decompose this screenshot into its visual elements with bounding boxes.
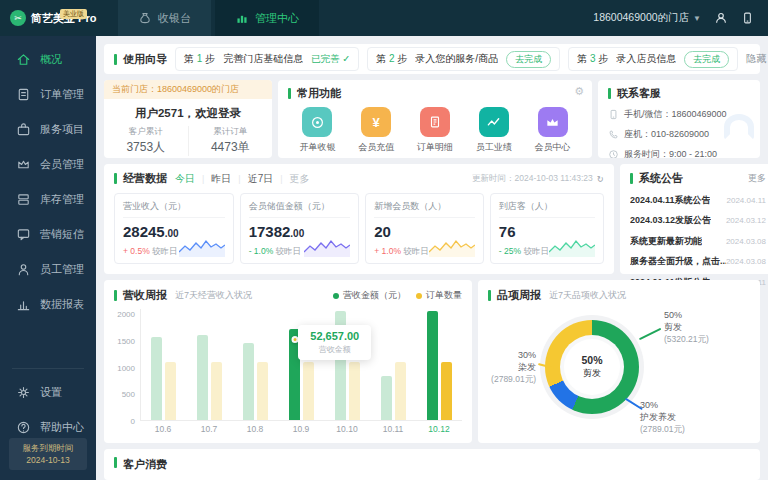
announcements-card: 系统公告 更多 2024.04.11系统公告2024.04.112024.03.… [620, 164, 768, 274]
clock-icon [608, 149, 619, 158]
tab-cashier[interactable]: 收银台 [118, 0, 211, 36]
bar-group-10.12[interactable] [416, 309, 462, 420]
top-tabs: 收银台管理中心 [118, 0, 323, 36]
quick-action-billing[interactable]: 开单收银 [299, 107, 335, 154]
sidebar-item-settings[interactable]: 设置 [0, 375, 96, 410]
refresh-icon[interactable]: ↻ [597, 174, 604, 184]
sidebar-item-overview[interactable]: 概况 [0, 42, 96, 77]
quick-actions-title: 常用功能 [297, 86, 341, 101]
tab-admin[interactable]: 管理中心 [215, 0, 319, 36]
mobile-icon [608, 109, 619, 120]
customer-consumption-title: 客户消费 [123, 457, 167, 472]
service-expiry-badge: 服务到期时间 2024-10-13 [9, 438, 87, 470]
store-stat: 客户累计3753人 [104, 126, 188, 156]
barchart-icon [235, 11, 249, 25]
account-icon[interactable] [714, 11, 728, 25]
sidebar-item-services[interactable]: 服务项目 [0, 112, 96, 147]
bar-group-10.6[interactable] [141, 309, 187, 420]
crown-icon [538, 107, 568, 137]
announcement-row[interactable]: 服务器全面升级，点击...2024.03.08 [630, 255, 766, 268]
guide-title: 使用向导 [123, 52, 167, 67]
quick-action-performance[interactable]: 员工业绩 [476, 107, 512, 154]
quick-action-member-center[interactable]: 会员中心 [535, 107, 571, 154]
announcement-row[interactable]: 系统更新最新功能2024.03.08 [630, 235, 766, 248]
revenue-weekly-card: 营收周报 近7天经营收入状况 营收金额（元）订单数量 0500100015002… [104, 280, 472, 443]
quick-action-order-detail[interactable]: 订单明细 [417, 107, 453, 154]
support-row: 服务时间：9:00 - 21:00 [608, 148, 750, 158]
donut-label-剪发: 50%剪发(5320.21元) [664, 309, 709, 345]
main-content: 使用向导 第 1 步完善门店基础信息已完善 ✓第 2 步录入您的服务/商品去完成… [96, 36, 768, 480]
updated-time: 更新时间：2024-10-03 11:43:23 ↻ [472, 173, 604, 185]
current-store-banner: 当前门店：18600469000的门店 [104, 80, 272, 99]
store-selector[interactable]: 18600469000的门店 ▼ [593, 11, 701, 25]
quick-actions-card: 常用功能 ⚙ 开单收银¥会员充值订单明细员工业绩会员中心 [278, 80, 592, 158]
sidebar-item-inventory[interactable]: 库存管理 [0, 182, 96, 217]
guide-step-2: 第 2 步录入您的服务/商品去完成 [367, 47, 560, 71]
sidebar-item-orders[interactable]: 订单管理 [0, 77, 96, 112]
business-data-tabs: 今日|昨日|近7日|更多 [175, 172, 310, 186]
bar-group-10.11[interactable] [370, 309, 416, 420]
row-metrics-announcements: 经营数据 今日|昨日|近7日|更多 更新时间：2024-10-03 11:43:… [104, 164, 760, 274]
step-action-button[interactable]: 去完成 [684, 51, 729, 68]
guide-step-3: 第 3 步录入店员信息去完成 [568, 47, 738, 71]
donut-label-染发: 30%染发(2789.01元) [488, 349, 536, 385]
sidebar-item-members[interactable]: 会员管理 [0, 147, 96, 182]
quick-action-recharge[interactable]: ¥会员充值 [358, 107, 394, 154]
items-weekly-card: 品项周报 近7天品项收入状况 50% 剪发 50%剪发(5320.21元)30%… [478, 280, 760, 443]
orders-icon [16, 87, 31, 102]
members-icon [16, 157, 31, 172]
biz-tab-昨日[interactable]: 昨日 [211, 172, 231, 186]
metric-card: 营业收入（元）28245.00+ 0.5% 较昨日 [114, 193, 234, 264]
guide-steps: 第 1 步完善门店基础信息已完善 ✓第 2 步录入您的服务/商品去完成第 3 步… [175, 47, 738, 71]
metric-card: 到店客（人）76- 25% 较昨日 [490, 193, 604, 264]
services-icon [16, 122, 31, 137]
sidebar-item-sms[interactable]: 营销短信 [0, 217, 96, 252]
sms-icon [16, 227, 31, 242]
chart-tooltip: 52,657.00 营收金额 [298, 325, 371, 360]
announcement-row[interactable]: 2024.04.11系统公告2024.04.11 [630, 194, 766, 207]
usage-guide-card: 使用向导 第 1 步完善门店基础信息已完善 ✓第 2 步录入您的服务/商品去完成… [104, 44, 760, 74]
announcements-more-link[interactable]: 更多 [748, 172, 766, 185]
sidebar-item-reports[interactable]: 数据报表 [0, 287, 96, 322]
current-store-card: 当前门店：18600469000的门店 用户2571，欢迎登录 客户累计3753… [104, 80, 272, 158]
leader-line [639, 328, 661, 340]
sidebar-item-staff[interactable]: 员工管理 [0, 252, 96, 287]
sparkline [304, 236, 350, 258]
bar-chart: 0500100015002000 52,657.00 营收金额 [114, 309, 462, 421]
help-icon [16, 420, 31, 435]
receipt-icon [420, 107, 450, 137]
topbar-right: 18600469000的门店 ▼ [593, 11, 768, 25]
moneybag-icon [138, 11, 152, 25]
metric-card: 新增会员数（人）20+ 1.0% 较昨日 [365, 193, 484, 264]
reports-icon [16, 297, 31, 312]
biz-tab-今日[interactable]: 今日 [175, 172, 195, 186]
store-stat: 累计订单4473单 [188, 126, 273, 156]
step-action-button[interactable]: 去完成 [506, 51, 551, 68]
legend-item: 订单数量 [416, 289, 462, 302]
sparkline [179, 236, 225, 258]
revenue-chart-subtitle: 近7天经营收入状况 [175, 289, 252, 302]
mobile-app-icon[interactable] [741, 11, 754, 25]
biz-tab-近7日[interactable]: 近7日 [248, 172, 274, 186]
scissors-logo-icon: ✂ [10, 10, 26, 26]
donut-chart: 50% 剪发 50%剪发(5320.21元)30%护发养发(2789.01元)3… [488, 303, 750, 435]
settings-icon [16, 385, 31, 400]
app-logo: 美业版 ✂ 简艺美业 Pro [0, 10, 100, 26]
sparkline [429, 236, 475, 258]
topbar: 美业版 ✂ 简艺美业 Pro 收银台管理中心 18600469000的门店 ▼ [0, 0, 768, 36]
tooltip-marker-dot [291, 336, 298, 343]
hide-guide-link[interactable]: 隐藏 ▴ [746, 52, 768, 66]
inventory-icon [16, 192, 31, 207]
customize-gear-icon[interactable]: ⚙ [574, 85, 584, 98]
announcement-row[interactable]: 2024.03.12发版公告2024.03.12 [630, 214, 766, 227]
bar-group-10.8[interactable] [233, 309, 279, 420]
donut-label-护发养发: 30%护发养发(2789.01元) [640, 399, 685, 435]
bar-group-10.7[interactable] [187, 309, 233, 420]
revenue-chart-title: 营收周报 [123, 288, 167, 303]
section-marker [114, 54, 117, 65]
sidebar: 概况订单管理服务项目会员管理库存管理营销短信员工管理数据报表 设置帮助中心 服务… [0, 36, 96, 480]
business-data-title: 经营数据 [123, 171, 167, 186]
sparkline [549, 236, 595, 258]
biz-tab-更多[interactable]: 更多 [290, 172, 310, 186]
overview-icon [16, 52, 31, 67]
